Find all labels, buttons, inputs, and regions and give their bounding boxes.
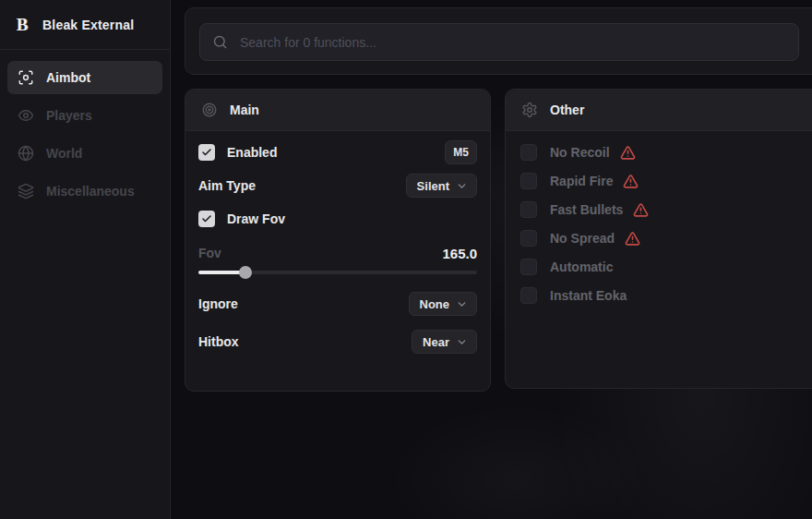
feature-checkbox[interactable] [520,173,537,189]
other-panel: Other No Recoil Rapid Fire Fast Bullets … [505,89,812,389]
fov-value: 165.0 [442,246,477,261]
ignore-dropdown[interactable]: None [409,292,478,316]
chevron-down-icon [456,180,468,192]
main-panel-header: Main [185,90,490,131]
other-panel-body: No Recoil Rapid Fire Fast Bullets No Spr… [506,131,812,304]
other-item-label: Automatic [550,260,613,274]
sidebar-nav: Aimbot Players World Miscellaneous [0,50,170,219]
sidebar-item-world[interactable]: World [7,137,162,170]
warning-icon [620,145,636,161]
other-panel-title: Other [550,103,584,117]
ignore-value: None [420,297,450,311]
warning-icon [633,202,649,218]
search-icon [212,34,228,50]
hitbox-dropdown[interactable]: Near [412,330,477,354]
feature-checkbox[interactable] [520,287,537,304]
main-panel-title: Main [230,103,259,117]
chevron-down-icon [456,336,468,348]
feature-checkbox[interactable] [520,144,537,161]
other-feature-row: Instant Eoka [520,287,812,304]
ignore-label: Ignore [198,296,238,311]
hitbox-row: Hitbox Near [198,330,477,354]
enabled-row: Enabled M5 [198,140,477,164]
other-feature-row: Fast Bullets [520,201,812,218]
ignore-row: Ignore None [198,292,477,316]
fov-slider-track[interactable] [198,271,477,274]
enabled-label: Enabled [227,145,277,160]
eye-icon [18,107,34,124]
search-input[interactable] [238,34,786,51]
other-panel-header: Other [506,90,812,131]
other-feature-row: Rapid Fire [520,173,812,189]
enabled-keybind-button[interactable]: M5 [445,140,477,164]
feature-checkbox[interactable] [520,259,537,275]
globe-icon [18,145,34,162]
other-item-label: Instant Eoka [550,288,627,303]
warning-icon [625,231,640,247]
gear-icon [521,102,538,118]
aim-type-row: Aim Type Silent [198,174,477,198]
draw-fov-label: Draw Fov [227,211,285,226]
other-feature-row: Automatic [520,259,812,275]
fov-row: Fov 165.0 [198,244,477,262]
sidebar: B Bleak External Aimbot Players World M [0,0,171,519]
sidebar-item-miscellaneous[interactable]: Miscellaneous [7,175,162,208]
aim-type-label: Aim Type [198,178,256,193]
warning-icon [623,174,639,189]
check-icon [201,213,212,224]
search-input-wrap[interactable] [199,23,799,61]
feature-checkbox[interactable] [520,201,537,218]
sidebar-item-label: Miscellaneous [46,184,135,199]
other-item-label: Rapid Fire [550,174,613,188]
draw-fov-checkbox[interactable] [198,211,215,227]
hitbox-value: Near [423,335,449,349]
chevron-down-icon [456,298,468,310]
target-icon [201,102,218,118]
check-icon [201,147,212,158]
fov-label: Fov [198,246,221,260]
main-panel-body: Enabled M5 Aim Type Silent Draw Fov [185,131,490,354]
sidebar-item-players[interactable]: Players [7,99,162,132]
feature-checkbox[interactable] [520,230,537,247]
sidebar-item-label: World [46,146,82,161]
other-item-label: No Recoil [550,145,610,160]
other-feature-row: No Spread [520,230,812,247]
app-title: Bleak External [42,18,134,32]
fov-slider-thumb[interactable] [239,266,252,279]
aim-type-dropdown[interactable]: Silent [406,174,477,198]
main-panel: Main Enabled M5 Aim Type Silent [185,89,491,392]
aim-type-value: Silent [417,179,449,193]
sidebar-item-aimbot[interactable]: Aimbot [7,61,162,94]
search-panel [185,7,812,75]
sidebar-item-label: Aimbot [46,70,90,85]
enabled-checkbox[interactable] [198,144,215,161]
fov-slider[interactable] [198,266,477,279]
sidebar-item-label: Players [46,108,92,123]
other-feature-row: No Recoil [520,144,812,161]
focus-icon [18,69,34,86]
other-item-label: Fast Bullets [550,202,623,217]
draw-fov-row: Draw Fov [198,207,477,231]
hitbox-label: Hitbox [198,334,239,349]
app-logo-icon: B [12,15,32,35]
layers-icon [18,183,34,199]
sidebar-header: B Bleak External [0,0,170,50]
other-item-label: No Spread [550,231,615,246]
